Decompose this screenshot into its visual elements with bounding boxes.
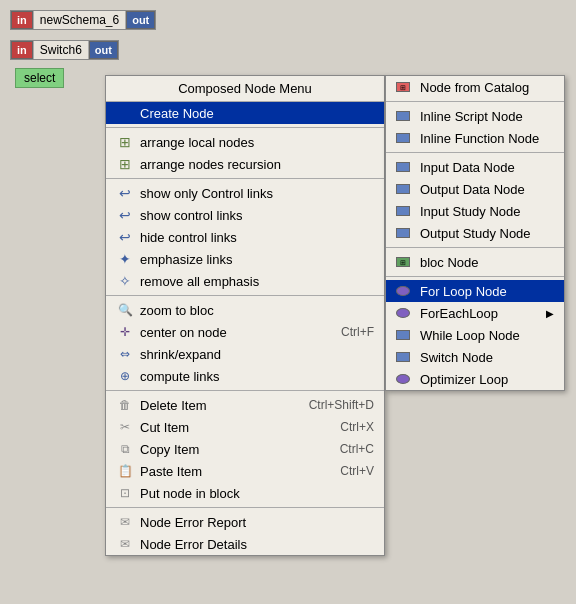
node-from-catalog-label: Node from Catalog [420, 80, 554, 95]
shrink-expand-icon: ⇔ [116, 346, 134, 362]
input-data-node-item[interactable]: Input Data Node [386, 156, 564, 178]
remove-emphasis-label: remove all emphasis [140, 274, 374, 289]
delete-item-icon: 🗑 [116, 397, 134, 413]
output-study-node-item[interactable]: Output Study Node [386, 222, 564, 244]
while-loop-node-icon [396, 327, 414, 343]
for-loop-node-icon [396, 283, 414, 299]
input-data-node-label: Input Data Node [420, 160, 554, 175]
node2-port-in: in [11, 41, 33, 59]
right-separator-1 [386, 101, 564, 102]
paste-item-shortcut: Ctrl+V [340, 464, 374, 478]
node1: in newSchema_6 out [10, 10, 156, 30]
put-node-in-block-icon: ⊡ [116, 485, 134, 501]
center-on-node-shortcut: Ctrl+F [341, 325, 374, 339]
node2-port-out: out [89, 41, 118, 59]
delete-item-item[interactable]: 🗑 Delete Item Ctrl+Shift+D [106, 394, 384, 416]
node2-label: Switch6 [33, 41, 89, 59]
cut-item-icon: ✂ [116, 419, 134, 435]
node-error-details-item[interactable]: ✉ Node Error Details [106, 533, 384, 555]
inline-function-node-item[interactable]: Inline Function Node [386, 127, 564, 149]
right-separator-2 [386, 152, 564, 153]
arrange-local-icon: ⊞ [116, 134, 134, 150]
menu-container: Composed Node Menu Create Node ⊞ arrange… [105, 75, 565, 556]
node-from-catalog-item[interactable]: ⊞ Node from Catalog [386, 76, 564, 98]
for-each-loop-arrow: ▶ [546, 308, 554, 319]
bloc-node-label: bloc Node [420, 255, 554, 270]
arrange-local-item[interactable]: ⊞ arrange local nodes [106, 131, 384, 153]
for-loop-node-item[interactable]: For Loop Node [386, 280, 564, 302]
right-separator-3 [386, 247, 564, 248]
output-study-node-icon [396, 225, 414, 241]
remove-emphasis-item[interactable]: ✧ remove all emphasis [106, 270, 384, 292]
node2: in Switch6 out [10, 40, 119, 60]
emphasize-links-item[interactable]: ✦ emphasize links [106, 248, 384, 270]
node1-port-in: in [11, 11, 33, 29]
node-from-catalog-icon: ⊞ [396, 79, 414, 95]
separator-1 [106, 127, 384, 128]
compute-links-item[interactable]: ⊕ compute links [106, 365, 384, 387]
inline-script-node-label: Inline Script Node [420, 109, 554, 124]
copy-item-item[interactable]: ⧉ Copy Item Ctrl+C [106, 438, 384, 460]
shrink-expand-label: shrink/expand [140, 347, 374, 362]
switch-node-item[interactable]: Switch Node [386, 346, 564, 368]
right-menu: ⊞ Node from Catalog Inline Script Node I… [385, 75, 565, 391]
output-study-node-label: Output Study Node [420, 226, 554, 241]
separator-3 [106, 295, 384, 296]
show-only-control-label: show only Control links [140, 186, 374, 201]
compute-links-label: compute links [140, 369, 374, 384]
while-loop-node-label: While Loop Node [420, 328, 554, 343]
copy-item-icon: ⧉ [116, 441, 134, 457]
show-only-control-item[interactable]: ↩ show only Control links [106, 182, 384, 204]
separator-4 [106, 390, 384, 391]
create-node-icon [116, 105, 134, 121]
remove-emphasis-icon: ✧ [116, 273, 134, 289]
optimizer-loop-item[interactable]: Optimizer Loop [386, 368, 564, 390]
node-error-details-label: Node Error Details [140, 537, 374, 552]
node1-label: newSchema_6 [33, 11, 126, 29]
optimizer-loop-label: Optimizer Loop [420, 372, 554, 387]
switch-node-label: Switch Node [420, 350, 554, 365]
show-control-label: show control links [140, 208, 374, 223]
for-each-loop-item[interactable]: ForEachLoop ▶ [386, 302, 564, 324]
optimizer-loop-icon [396, 371, 414, 387]
paste-item-item[interactable]: 📋 Paste Item Ctrl+V [106, 460, 384, 482]
paste-item-icon: 📋 [116, 463, 134, 479]
input-study-node-item[interactable]: Input Study Node [386, 200, 564, 222]
create-node-item[interactable]: Create Node [106, 102, 384, 124]
output-data-node-label: Output Data Node [420, 182, 554, 197]
node-error-report-label: Node Error Report [140, 515, 374, 530]
input-data-node-icon [396, 159, 414, 175]
for-each-loop-label: ForEachLoop [420, 306, 546, 321]
switch-node-icon [396, 349, 414, 365]
node-error-report-item[interactable]: ✉ Node Error Report [106, 511, 384, 533]
arrange-recursion-item[interactable]: ⊞ arrange nodes recursion [106, 153, 384, 175]
while-loop-node-item[interactable]: While Loop Node [386, 324, 564, 346]
inline-function-node-label: Inline Function Node [420, 131, 554, 146]
cut-item-item[interactable]: ✂ Cut Item Ctrl+X [106, 416, 384, 438]
emphasize-links-label: emphasize links [140, 252, 374, 267]
node-error-details-icon: ✉ [116, 536, 134, 552]
shrink-expand-item[interactable]: ⇔ shrink/expand [106, 343, 384, 365]
center-on-node-label: center on node [140, 325, 321, 340]
cut-item-shortcut: Ctrl+X [340, 420, 374, 434]
bloc-node-item[interactable]: ⊞ bloc Node [386, 251, 564, 273]
inline-script-node-item[interactable]: Inline Script Node [386, 105, 564, 127]
arrange-local-label: arrange local nodes [140, 135, 374, 150]
zoom-to-bloc-label: zoom to bloc [140, 303, 374, 318]
output-data-node-item[interactable]: Output Data Node [386, 178, 564, 200]
show-control-icon: ↩ [116, 207, 134, 223]
output-data-node-icon [396, 181, 414, 197]
center-on-node-item[interactable]: ✛ center on node Ctrl+F [106, 321, 384, 343]
separator-5 [106, 507, 384, 508]
compute-links-icon: ⊕ [116, 368, 134, 384]
show-control-item[interactable]: ↩ show control links [106, 204, 384, 226]
node-select: select [15, 68, 64, 88]
delete-item-shortcut: Ctrl+Shift+D [309, 398, 374, 412]
inline-script-node-icon [396, 108, 414, 124]
cut-item-label: Cut Item [140, 420, 320, 435]
hide-control-item[interactable]: ↩ hide control links [106, 226, 384, 248]
put-node-in-block-item[interactable]: ⊡ Put node in block [106, 482, 384, 504]
right-separator-4 [386, 276, 564, 277]
hide-control-icon: ↩ [116, 229, 134, 245]
zoom-to-bloc-item[interactable]: 🔍 zoom to bloc [106, 299, 384, 321]
